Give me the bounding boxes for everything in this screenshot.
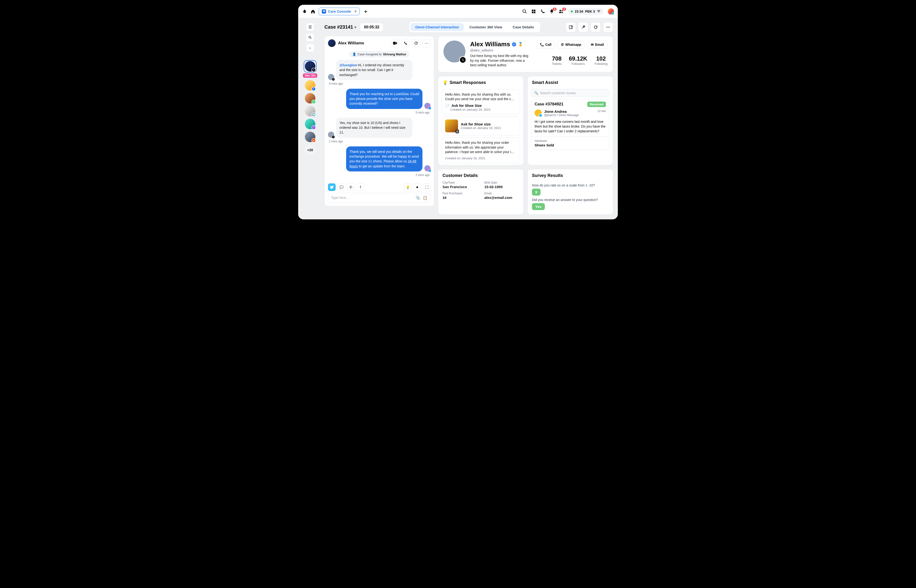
svg-rect-4 <box>532 11 533 13</box>
survey-q1: How do you rate us on a scale from 1 -10… <box>532 183 609 187</box>
suggest-button[interactable]: 💡 <box>404 183 411 191</box>
svg-point-6 <box>559 10 561 11</box>
msg-avatar: 𝕏 <box>328 74 334 80</box>
user-avatar[interactable] <box>608 8 614 15</box>
svg-rect-3 <box>534 10 536 11</box>
channel-twitter[interactable] <box>328 183 336 191</box>
svg-line-1 <box>525 12 526 13</box>
workspace-tab-label: Care Console <box>328 9 351 13</box>
x-icon: 𝕏 <box>312 68 316 72</box>
refresh-button[interactable] <box>591 22 600 32</box>
survey-a2: Yes <box>532 203 545 210</box>
case-timer: 00:05:32 <box>360 23 384 31</box>
magic-button[interactable] <box>578 22 588 32</box>
whatsapp-icon: ✆ <box>312 100 316 104</box>
section-title: Customer Details <box>442 173 478 178</box>
tab-case-details[interactable]: Case Details <box>508 23 539 31</box>
channel-facebook[interactable]: f <box>357 183 364 191</box>
chevron-down-icon[interactable]: ▾ <box>354 25 356 29</box>
clock-time: 15:34 <box>575 10 583 13</box>
rail-convo-5[interactable]: ✆ <box>304 119 317 129</box>
wifi-icon <box>597 10 600 13</box>
smart-response-item[interactable]: Hello Alex, thank you for sharing your o… <box>442 137 520 163</box>
chat-more-button[interactable]: ⋯ <box>422 39 430 47</box>
video-button[interactable] <box>391 39 399 47</box>
profile-card: 𝕏 Alex Williams ✓ 🏅 @alex_williams Out h… <box>438 36 613 72</box>
svg-rect-2 <box>532 10 533 11</box>
twitter-icon: ✓ <box>428 169 431 172</box>
close-tab-icon[interactable]: × <box>354 9 357 14</box>
rail-active-timer: 10m 32s <box>303 73 317 78</box>
bulb-icon: 💡 <box>442 80 448 86</box>
template-icon[interactable]: 📋 <box>423 195 427 200</box>
rail-more-count[interactable]: +20 <box>305 144 316 155</box>
cd-field: Birth Date15-02-1995 <box>484 181 519 189</box>
add-tab-button[interactable]: ＋ <box>363 8 368 15</box>
assigned-pill: 👤 Case Assigned to Shivang Mathur <box>349 51 410 58</box>
stat-tweets: 708Tweets <box>552 55 562 66</box>
rail-convo-6[interactable]: ● <box>304 132 317 142</box>
assist-user-name: Jione Andrea <box>544 110 579 113</box>
tab-omni[interactable]: Omni-Channel Interaction <box>411 23 464 31</box>
compose-placeholder: Type here... <box>331 196 413 200</box>
more-button[interactable] <box>603 22 613 32</box>
facebook-icon: f <box>312 87 316 91</box>
assist-avatar <box>534 110 542 116</box>
svg-point-10 <box>608 27 608 27</box>
assist-hardware: Hardware Shoes Sold <box>531 137 609 150</box>
profile-name: Alex Williams <box>470 40 510 48</box>
contact-whatsapp[interactable]: ✆Whatsapp <box>557 40 585 48</box>
stat-following: 102Following <box>594 55 608 66</box>
rail-convo-4[interactable]: 💬 <box>304 106 317 116</box>
thumbnail <box>445 120 458 132</box>
apps-icon[interactable] <box>531 9 536 14</box>
panel-button[interactable] <box>566 22 576 32</box>
award-icon: 🏅 <box>518 42 523 47</box>
people-icon[interactable]: 8 <box>558 9 564 14</box>
twitter-icon: ✓ <box>428 107 431 110</box>
smart-responses-card: 💡Smart Responses Hello Alex, thank you f… <box>438 76 524 165</box>
workspace-tab[interactable]: ❤ Care Console × <box>319 8 360 15</box>
rail-search-icon[interactable] <box>306 33 314 42</box>
x-icon: 𝕏 <box>459 56 466 63</box>
rail-convo-3[interactable]: ✆ <box>304 93 317 103</box>
compose-input[interactable]: Type here... 📎 📋 <box>328 193 430 203</box>
x-icon: 𝕏 <box>332 78 335 81</box>
channel-whatsapp[interactable]: ✆ <box>347 183 355 191</box>
rail-convo-2[interactable]: f <box>304 80 317 90</box>
reddit-icon: ● <box>312 138 316 142</box>
tab-c360[interactable]: Customer 360 View <box>464 23 507 31</box>
rail-expand-icon[interactable]: › <box>306 44 314 52</box>
home-icon[interactable] <box>311 9 316 14</box>
rail-convo-1[interactable]: 𝕏 <box>304 60 317 73</box>
smart-response-item[interactable]: Ask for Shoe size Created on January 18,… <box>442 116 520 136</box>
case-title[interactable]: Case #23141 ▾ <box>324 24 356 30</box>
attach-icon[interactable]: 📎 <box>416 195 420 200</box>
channel-sms[interactable]: 💬 <box>338 183 345 191</box>
svg-point-11 <box>609 27 610 27</box>
phone-icon[interactable] <box>540 9 545 14</box>
assist-case[interactable]: Case #3784921 Resolved Jione Andrea @jio… <box>531 99 610 150</box>
customer-details-card: Customer Details City/TownSan Francisco … <box>438 169 524 215</box>
sprinklr-button[interactable] <box>413 183 421 191</box>
rail-menu-icon[interactable]: ☰ <box>306 23 314 31</box>
user-icon: 👤 <box>352 52 356 56</box>
msg-in: 𝕏 @luxeglow Hi, I ordered my shoes recen… <box>328 60 430 80</box>
smart-assist-search[interactable]: 🔍 Search customer issues <box>531 89 610 97</box>
app-logo <box>302 9 307 14</box>
contact-email[interactable]: ✉Email <box>587 40 608 48</box>
status-pill[interactable]: 15:34 PBK 3 <box>568 8 604 15</box>
contact-call[interactable]: 📞Call <box>536 40 555 48</box>
smart-response-item[interactable]: Hello Alex, thank you for sharing this w… <box>442 89 520 115</box>
call-button[interactable] <box>401 39 409 47</box>
msg-out: Thank you, we will send you details on t… <box>328 146 430 171</box>
chat-customer-name: Alex Williams <box>338 41 364 45</box>
refresh-chat-button[interactable] <box>412 39 420 47</box>
search-icon[interactable] <box>522 9 527 14</box>
svg-rect-14 <box>393 42 396 45</box>
svg-point-9 <box>606 27 607 27</box>
assist-text: Hi I got some new runners last month and… <box>534 119 606 134</box>
expand-button[interactable]: ⛶ <box>423 183 430 191</box>
status-badge: Resolved <box>587 102 606 107</box>
bell-icon[interactable]: 8 <box>549 9 554 14</box>
